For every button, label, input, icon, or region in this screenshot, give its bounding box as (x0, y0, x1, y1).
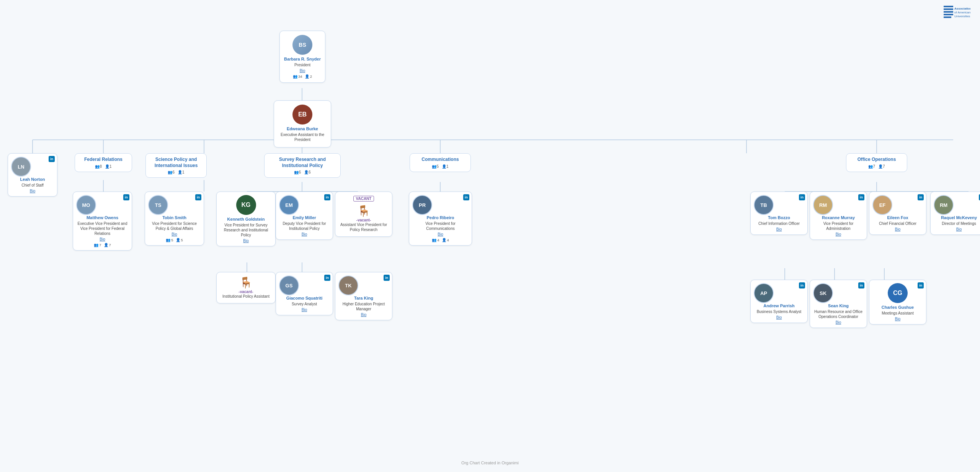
vacant-title-1: Institutional Policy Assistant (220, 294, 272, 299)
leah-norton-name: Leah Norton (11, 177, 54, 182)
giacomo-linkedin[interactable]: in (324, 275, 330, 281)
andrew-parrish-title: Business Systems Analyst (754, 309, 804, 314)
charles-name: Charles Gushue (872, 305, 923, 310)
matthew-owens-bio[interactable]: Bio (76, 237, 129, 241)
leah-norton-bio[interactable]: Bio (11, 189, 54, 193)
communications-dept: Communications 👥5 👤1 (410, 153, 471, 172)
giacomo-bio[interactable]: Bio (279, 308, 330, 312)
tobin-smith-badges: 👥5 👤5 (148, 238, 201, 242)
charles-bio[interactable]: Bio (872, 317, 923, 321)
emily-miller-name: Emily Miller (279, 215, 330, 220)
tobin-smith-title: Vice President for Science Policy & Glob… (148, 221, 201, 231)
kenneth-goldstein-name: Kenneth Goldstein (220, 216, 272, 222)
federal-relations-dept: Federal Relations 👥8 👤1 (75, 153, 132, 172)
science-policy-badges: 👥6 👤1 (150, 170, 202, 174)
andrew-parrish-avatar: AP (754, 283, 774, 303)
exec-assistant-card: EB Edweana Burke Executive Assistant to … (274, 100, 331, 148)
kenneth-goldstein-title: Vice President for Survey Research and I… (220, 223, 272, 238)
raquel-bio[interactable]: Bio (934, 227, 980, 231)
tara-king-linkedin[interactable]: in (384, 275, 390, 281)
tom-bozzo-title: Chief Information Officer (754, 221, 804, 226)
roxanne-bio[interactable]: Bio (813, 232, 864, 236)
kenneth-goldstein-bio[interactable]: Bio (220, 239, 272, 243)
vacant-label-1: -vacant- (220, 290, 272, 294)
eileen-fox-card: in EF Eileen Fox Chief Financial Officer… (869, 192, 926, 235)
emily-miller-bio[interactable]: Bio (279, 232, 330, 236)
pedro-linkedin[interactable]: in (463, 194, 469, 200)
leah-norton-avatar: LN (11, 157, 31, 177)
charles-title: Meetings Assistant (872, 311, 923, 316)
vacant-avp-icon: 🪑 (338, 205, 389, 217)
eileen-fox-title: Chief Financial Officer (872, 221, 923, 226)
tara-king-bio[interactable]: Bio (338, 313, 389, 317)
linkedin-icon[interactable]: in (49, 156, 55, 162)
pedro-avatar: PR (412, 195, 432, 215)
tobin-smith-bio[interactable]: Bio (148, 232, 201, 236)
emily-miller-avatar: EM (279, 195, 299, 215)
matthew-owens-linkedin[interactable]: in (123, 194, 129, 200)
pedro-title: Vice President for Communications (412, 221, 469, 231)
exec-assistant-avatar: EB (292, 105, 312, 125)
tara-king-avatar: TK (338, 275, 358, 295)
tom-bozzo-bio[interactable]: Bio (754, 227, 804, 231)
matthew-owens-badges: 👥7 👤7 (76, 243, 129, 247)
roxanne-avatar: RM (813, 195, 833, 215)
sean-king-name: Sean King (813, 303, 864, 308)
emily-miller-card: in EM Emily Miller Deputy Vice President… (276, 192, 333, 240)
tom-bozzo-name: Tom Bozzo (754, 215, 804, 220)
giacomo-squatriti-card: in GS Giacomo Squatriti Survey Analyst B… (276, 272, 333, 315)
emily-miller-linkedin[interactable]: in (324, 194, 330, 200)
raquel-title: Director of Meetings (934, 221, 980, 226)
raquel-mckeveny-card: in RM Raquel McKeveny Director of Meetin… (930, 192, 980, 235)
eileen-fox-bio[interactable]: Bio (872, 227, 923, 231)
roxanne-name: Roxanne Murray (813, 215, 864, 220)
eileen-fox-linkedin[interactable]: in (918, 194, 924, 200)
page: Association of American Universities (0, 0, 980, 472)
matthew-owens-card: in MO Matthew Owens Executive Vice Presi… (73, 192, 132, 251)
president-badges: 👥 34 👤 2 (284, 74, 321, 79)
svg-rect-4 (944, 16, 951, 18)
svg-text:Universities: Universities (954, 15, 970, 18)
pedro-name: Pedro Ribeiro (412, 215, 469, 220)
andrew-parrish-linkedin[interactable]: in (799, 282, 805, 288)
matthew-owens-avatar: MO (76, 195, 96, 215)
tobin-smith-linkedin[interactable]: in (195, 194, 201, 200)
president-people-badge: 👥 34 (293, 74, 302, 79)
svg-text:of American: of American (954, 11, 970, 14)
roxanne-title: Vice President for Administration (813, 221, 864, 231)
chief-of-staff-card: in LN Leah Norton Chief of Staff Bio (8, 153, 57, 197)
tara-king-name: Tara King (338, 295, 389, 301)
matthew-owens-name: Matthew Owens (76, 215, 129, 220)
andrew-parrish-card: in AP Andrew Parrish Business Systems An… (750, 280, 808, 323)
sean-king-linkedin[interactable]: in (858, 282, 864, 288)
president-title: President (284, 62, 321, 67)
raquel-avatar: RM (934, 195, 954, 215)
president-bio[interactable]: Bio (284, 69, 321, 73)
pedro-ribeiro-card: in PR Pedro Ribeiro Vice President for C… (409, 192, 472, 246)
science-policy-dept: Science Policy and International Issues … (145, 153, 207, 178)
tara-king-title: Higher Education Project Manager (338, 302, 389, 311)
svg-rect-2 (944, 11, 953, 13)
survey-research-dept: Survey Research and Institutional Policy… (264, 153, 341, 178)
svg-rect-3 (944, 14, 953, 15)
tom-bozzo-linkedin[interactable]: in (799, 194, 805, 200)
charles-avatar: CG (888, 283, 908, 303)
svg-rect-1 (944, 8, 953, 10)
roxanne-linkedin[interactable]: in (858, 194, 864, 200)
communications-name: Communications (415, 157, 466, 163)
tobin-smith-card: in TS Tobin Smith Vice President for Sci… (145, 192, 204, 246)
president-direct-badge: 👤 2 (305, 74, 312, 79)
footer-text: Org Chart Created in Organimi (461, 461, 519, 465)
tom-bozzo-avatar: TB (754, 195, 774, 215)
sean-king-bio[interactable]: Bio (813, 320, 864, 324)
tara-king-card: in TK Tara King Higher Education Project… (335, 272, 392, 320)
pedro-badges: 👥4 👤4 (412, 238, 469, 242)
pedro-bio[interactable]: Bio (412, 232, 469, 236)
leah-norton-title: Chief of Staff (11, 183, 54, 188)
science-policy-name: Science Policy and International Issues (150, 157, 202, 169)
vacant-chair-icon: 🪑 (220, 276, 272, 289)
federal-relations-badges: 👥8 👤1 (80, 164, 127, 169)
charles-linkedin[interactable]: in (918, 282, 924, 288)
andrew-parrish-bio[interactable]: Bio (754, 315, 804, 320)
charles-gushue-card: in CG Charles Gushue Meetings Assistant … (869, 280, 926, 324)
